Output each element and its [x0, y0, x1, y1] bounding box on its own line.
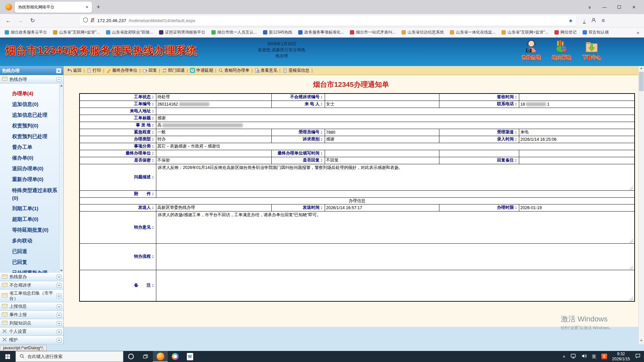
url-input[interactable]: 172.20.46.237 /hotlinebanlibldw014/defau… [80, 16, 576, 26]
page-scrollbar[interactable] [638, 66, 644, 344]
sidebar-group-knowledge[interactable]: 列疑知识点+ [0, 319, 63, 327]
sidebar-item[interactable]: 已回复 [0, 257, 59, 267]
bookmark-star-icon[interactable]: ★ [569, 18, 573, 24]
sidebar-group-personal-settings[interactable]: 个人设置+ [0, 327, 63, 336]
menu-icon[interactable]: ≡ [602, 17, 605, 24]
sidebar-item[interactable]: 已处理重新办理 [0, 267, 59, 273]
wps-writer-button[interactable]: W [182, 351, 197, 362]
expand-section-icon[interactable]: + [57, 304, 61, 309]
bookmark-item[interactable]: 山东省"互联网+监管"... [501, 29, 548, 35]
taskbar-clock[interactable]: 9:32 2026/1/15 [612, 352, 630, 362]
toolbar-reply-button[interactable]: 回复 [143, 68, 157, 73]
network-display-icon[interactable] [571, 353, 576, 360]
sidebar-item[interactable]: 退回办理单(0) [0, 163, 59, 174]
insecure-lock-icon[interactable] [90, 17, 95, 24]
resize-handle[interactable] [629, 239, 633, 243]
new-tab-button[interactable]: + [97, 4, 100, 11]
sidebar-item[interactable]: 办理单(4) [0, 88, 59, 99]
bookmark-item[interactable]: 山东省"互联网+监管"... [53, 29, 100, 35]
bookmark-item[interactable]: 双告知认领 [583, 29, 609, 35]
sidebar-item[interactable]: 重新办理单(0) [0, 174, 59, 185]
sidebar-item[interactable]: 特殊类型通过未联系(0) [0, 185, 59, 203]
toolbar-final-unit-button[interactable]: 最终办理单位 [106, 68, 138, 73]
cortana-button[interactable] [123, 351, 138, 362]
bookmark-item[interactable]: 山东省政府联合"双随... [106, 29, 153, 35]
expand-section-icon[interactable]: + [57, 321, 61, 326]
toolbar-extend-request-button[interactable]: 申请延期 [190, 68, 213, 73]
task-view-button[interactable] [138, 351, 153, 362]
shield-icon[interactable] [83, 17, 88, 24]
toolbar-verify-info-button[interactable]: 需核实信息 [282, 68, 310, 73]
bookmark-item[interactable]: 新12345热线 [263, 29, 292, 35]
bookmark-item[interactable]: 证照证明查询核验平台 [159, 29, 205, 35]
sidebar-group-noncompliant[interactable]: 不合规诉求+ [0, 281, 63, 290]
resize-handle[interactable] [629, 265, 633, 269]
expand-section-icon[interactable]: + [57, 313, 61, 317]
toolbar-dept-return-button[interactable]: 部门回退 [162, 68, 185, 73]
bookmark-item[interactable]: 山东省信访信息系统 [401, 29, 444, 35]
sogou-input-icon[interactable]: S [601, 354, 607, 359]
toolbar-view-opinion-button[interactable]: 查看意见 [255, 68, 277, 73]
sidebar-group-supervision[interactable]: 热线督办+ [0, 273, 63, 281]
bookmarks-overflow-icon[interactable]: » [637, 29, 639, 35]
expand-section-icon[interactable]: + [57, 329, 61, 334]
sidebar-group-report-info[interactable]: 上报信息+ [0, 302, 63, 311]
problem-description-textarea[interactable]: 诉求人反映：2026年01月14日反映在高新区烟台商务职业学院南门因纠纷问题报警… [157, 164, 633, 190]
sidebar-group-province-orders[interactable]: 省工单信息归集（市平台）+ [0, 290, 63, 303]
nav-hotline-processing[interactable]: 热线办理 [522, 40, 541, 61]
collapse-section-icon[interactable]: − [57, 77, 61, 82]
back-icon[interactable]: ← [3, 17, 13, 24]
remark-textarea[interactable] [157, 270, 633, 301]
scroll-down-icon[interactable] [59, 268, 63, 273]
action-center-icon[interactable] [635, 353, 641, 360]
bookmark-item[interactable]: 烟台市统一人员互认... [211, 29, 257, 35]
reload-icon[interactable]: ↻ [28, 17, 38, 24]
bookmark-item[interactable]: 烟台市一站式矛盾纠... [350, 29, 395, 35]
firefox-icon[interactable] [5, 4, 12, 10]
sidebar-item[interactable]: 权责预判已处理 [0, 131, 59, 142]
bookmark-item[interactable]: 山东省一体化在线监... [450, 29, 495, 35]
expand-section-icon[interactable]: + [57, 275, 61, 279]
nav-statistics-system[interactable]: 统计系统 [552, 40, 571, 61]
close-button[interactable]: ✕ [627, 5, 641, 10]
sidebar-item[interactable]: 权责预判(0) [0, 120, 59, 131]
toolbar-back-button[interactable]: 返回 [67, 68, 82, 73]
sidebar-item[interactable]: 多向联动 [0, 235, 59, 246]
pin-app-button[interactable] [168, 351, 182, 362]
expand-section-icon[interactable]: + [57, 338, 61, 343]
scroll-up-icon[interactable] [59, 83, 63, 88]
bookmark-item[interactable]: 网信登记 [554, 29, 577, 35]
transfer-flow-textarea[interactable] [157, 244, 633, 270]
sidebar-item[interactable]: 等待延期批复(0) [0, 225, 59, 235]
bookmark-item[interactable]: 政务服务事项标准化... [298, 29, 344, 35]
sidebar-group-maintenance[interactable]: 维护+ [0, 336, 63, 344]
scrollbar-thumb[interactable] [639, 72, 644, 91]
ime-indicator[interactable]: 英 [592, 354, 596, 360]
tab-list-icon[interactable]: ∨ [582, 5, 597, 10]
scroll-up-icon[interactable] [639, 66, 644, 72]
expand-section-icon[interactable]: + [57, 283, 61, 288]
sidebar-section-hotline[interactable]: 热线办理 − [0, 75, 63, 83]
toolbar-search-same-button[interactable]: 查相同办理单 [218, 68, 250, 73]
scroll-down-icon[interactable] [639, 339, 644, 344]
maximize-button[interactable] [612, 5, 627, 10]
volume-icon[interactable] [581, 353, 587, 360]
expand-section-icon[interactable]: + [57, 294, 61, 298]
minimize-button[interactable]: — [597, 5, 612, 10]
resize-handle[interactable] [629, 297, 633, 301]
toolbar-print-button[interactable]: 打印 [87, 68, 101, 73]
account-icon[interactable] [591, 17, 596, 24]
nav-download-center[interactable]: 下载中心 [582, 40, 601, 61]
resize-handle[interactable] [629, 186, 633, 190]
sidebar-item[interactable]: 到期工单(1) [0, 203, 59, 214]
tray-chevron-icon[interactable]: ∧ [563, 354, 566, 359]
bookmark-item[interactable]: 烟台政务服务云平台 [5, 29, 47, 35]
forward-icon[interactable]: → [15, 17, 25, 24]
transfer-opinion-textarea[interactable]: 诉求人的表扬/感谢工单，市平台不回访，工单满意办结，请承办单位回复“已知晓”即可… [157, 212, 633, 243]
firefox-taskbar-button[interactable] [153, 351, 168, 362]
browser-tab[interactable]: 热线智能化网络平台 ✕ [15, 2, 92, 13]
sidebar-item[interactable]: 追加信息(0) [0, 99, 59, 110]
tab-close-icon[interactable]: ✕ [86, 5, 89, 9]
sidebar-item[interactable]: 已回退 [0, 246, 59, 257]
sidebar-scrollbar[interactable] [59, 83, 63, 273]
